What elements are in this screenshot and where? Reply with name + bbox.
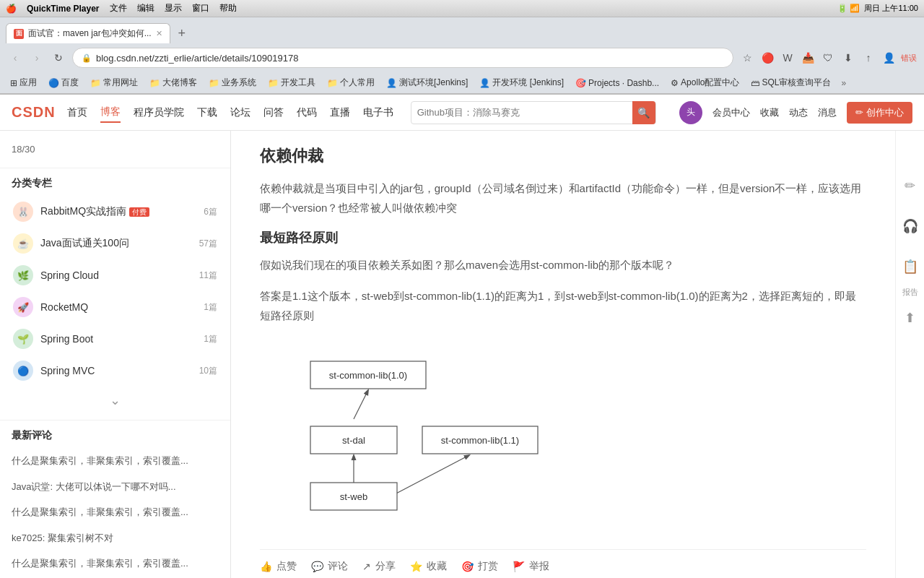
action-favorite[interactable]: ⭐ 收藏 (410, 560, 447, 573)
category-item-springcloud[interactable]: 🌿 Spring Cloud 11篇 (6, 259, 225, 291)
extension-icon-6[interactable]: ↑ (860, 50, 876, 66)
category-item-java[interactable]: ☕ Java面试通关100问 57篇 (6, 228, 225, 259)
comment-icon: 💬 (311, 561, 323, 572)
tool-audio[interactable]: 🎧 (899, 215, 922, 238)
csdn-logo[interactable]: CSDN (12, 104, 56, 121)
apple-menu[interactable]: 🍎 (6, 4, 17, 14)
avatar[interactable]: 头 (679, 101, 702, 124)
action-reward[interactable]: 🎯 打赏 (461, 560, 498, 573)
svg-text:st-web: st-web (340, 491, 367, 502)
bookmark-baidu[interactable]: 🔵 百度 (44, 75, 83, 90)
browser-chrome: 面 面试官：maven jar包冲突如何... ✕ + ‹ › ↻ 🔒 blog… (0, 17, 924, 95)
extension-icon-3[interactable]: 📥 (800, 50, 816, 66)
folder-icon-4: 📁 (268, 78, 279, 88)
action-share[interactable]: ↗ 分享 (362, 560, 396, 573)
nav-code[interactable]: 代码 (297, 103, 317, 122)
nav-forum[interactable]: 论坛 (230, 103, 250, 122)
tool-report[interactable]: 📋 (899, 255, 922, 278)
svg-text:st-dal: st-dal (342, 435, 365, 446)
nav-download[interactable]: 下载 (197, 103, 217, 122)
category-icon-springcloud: 🌿 (13, 265, 33, 285)
file-menu[interactable]: 文件 (110, 2, 127, 14)
category-item-springmvc[interactable]: 🔵 Spring MVC 10篇 (6, 355, 225, 387)
category-name-springboot: Spring Boot (40, 333, 196, 345)
extension-icon-4[interactable]: 🛡 (820, 50, 836, 66)
recent-item-5[interactable]: 什么是聚集索引，非聚集索引，索引覆盖... (0, 551, 230, 577)
show-more-categories[interactable]: ⌄ (0, 387, 230, 414)
category-name-java: Java面试通关100问 (40, 237, 192, 250)
csdn-search[interactable]: 🔍 (411, 101, 656, 124)
url-text: blog.csdn.net/zzti_erlie/article/details… (96, 53, 724, 64)
category-item-springboot[interactable]: 🌱 Spring Boot 1篇 (6, 323, 225, 355)
vip-link[interactable]: 会员中心 (712, 106, 750, 119)
favorites-link[interactable]: 收藏 (760, 106, 779, 119)
tool-edit[interactable]: ✏ (899, 174, 922, 197)
refresh-button[interactable]: ↻ (51, 50, 66, 66)
tool-report-label: 报告 (902, 287, 918, 298)
profile-icon[interactable]: 👤 (881, 50, 897, 66)
recent-title: 最新评论 (0, 420, 230, 448)
window-menu[interactable]: 窗口 (192, 2, 209, 14)
bookmark-business[interactable]: 📁 业务系统 (204, 75, 261, 90)
nav-home[interactable]: 首页 (67, 103, 87, 122)
address-bar[interactable]: 🔒 blog.csdn.net/zzti_erlie/article/detai… (72, 48, 733, 68)
tab-favicon: 面 (14, 29, 24, 39)
category-icon-rocketmq: 🚀 (13, 297, 33, 317)
article-section-title: 依赖仲裁 (260, 145, 866, 167)
category-item-rabbitmq[interactable]: 🐰 RabbitMQ实战指南 付费 6篇 (6, 196, 225, 228)
quicktime-menu[interactable]: QuickTime Player (27, 4, 100, 14)
more-bookmarks-icon[interactable]: » (841, 78, 846, 88)
bookmark-sql[interactable]: 🗃 SQL审核查询平台 (746, 75, 835, 90)
new-tab-button[interactable]: + (172, 23, 192, 43)
edit-menu[interactable]: 编辑 (137, 2, 154, 14)
tab-close-button[interactable]: ✕ (156, 29, 162, 38)
recent-item-2[interactable]: Java识堂: 大佬可以体说一下哪不对吗... (0, 474, 230, 500)
bookmark-jenkins-dev[interactable]: 👤 开发环境 [Jenkins] (475, 75, 568, 90)
share-icon: ↗ (362, 561, 371, 572)
category-count-springcloud: 11篇 (199, 269, 217, 282)
back-button[interactable]: ‹ (7, 50, 23, 66)
search-button[interactable]: 🔍 (632, 101, 655, 124)
bookmark-apps[interactable]: ⊞ 应用 (6, 75, 41, 90)
nav-live[interactable]: 直播 (330, 103, 350, 122)
bookmark-jenkins-test[interactable]: 👤 测试环境[Jenkins] (382, 75, 472, 90)
messages-link[interactable]: 消息 (818, 106, 837, 119)
recent-item-1[interactable]: 什么是聚集索引，非聚集索引，索引覆盖... (0, 448, 230, 474)
category-item-rocketmq[interactable]: 🚀 RocketMQ 1篇 (6, 291, 225, 323)
create-button[interactable]: ✏ 创作中心 (847, 102, 912, 124)
bookmark-common-sites[interactable]: 📁 常用网址 (86, 75, 142, 90)
nav-qa[interactable]: 问答 (263, 103, 284, 122)
main-layout: 18/30 分类专栏 🐰 RabbitMQ实战指南 付费 6篇 ☕ Java面试… (0, 131, 924, 578)
recent-item-3[interactable]: 什么是聚集索引，非聚集索引，索引覆盖... (0, 499, 230, 525)
bookmark-blogger[interactable]: 📁 大佬博客 (145, 75, 201, 90)
bookmark-personal[interactable]: 📁 个人常用 (323, 75, 379, 90)
tool-top[interactable]: ⬆ (899, 306, 922, 329)
bookmark-blogger-label: 大佬博客 (162, 77, 197, 89)
activity-link[interactable]: 动态 (789, 106, 808, 119)
csdn-header-right: 头 会员中心 收藏 动态 消息 ✏ 创作中心 (679, 101, 912, 124)
favorite-icon: ⭐ (410, 561, 422, 572)
nav-edu[interactable]: 程序员学院 (134, 103, 184, 122)
extension-icon-1[interactable]: 🔴 (759, 50, 775, 66)
category-count-java: 57篇 (199, 238, 217, 250)
forward-button[interactable]: › (29, 50, 45, 66)
bookmark-apollo[interactable]: ⚙ Apollo配置中心 (666, 75, 744, 90)
active-tab[interactable]: 面 面试官：maven jar包冲突如何... ✕ (6, 23, 170, 43)
bookmark-devtools[interactable]: 📁 开发工具 (263, 75, 320, 90)
action-comment[interactable]: 💬 评论 (311, 560, 348, 573)
svg-line-2 (354, 390, 368, 419)
bookmark-star-icon[interactable]: ☆ (739, 50, 755, 66)
dependency-diagram: st-common-lib(1.0) st-dal st-common-lib(… (260, 340, 866, 535)
action-report[interactable]: 🚩 举报 (513, 560, 549, 573)
nav-blog[interactable]: 博客 (100, 103, 121, 123)
bookmark-projects[interactable]: 🎯 Projects · Dashb... (571, 77, 663, 90)
extension-icon-2[interactable]: W (780, 50, 796, 66)
nav-ebook[interactable]: 电子书 (363, 103, 393, 122)
recent-item-4[interactable]: ke7025: 聚集索引树不对 (0, 525, 230, 551)
action-like[interactable]: 👍 点赞 (260, 560, 297, 573)
extension-icon-5[interactable]: ⬇ (840, 50, 856, 66)
help-menu[interactable]: 帮助 (219, 2, 237, 14)
error-label: 错误 (901, 50, 917, 66)
search-input[interactable] (417, 107, 632, 118)
view-menu[interactable]: 显示 (165, 2, 182, 14)
